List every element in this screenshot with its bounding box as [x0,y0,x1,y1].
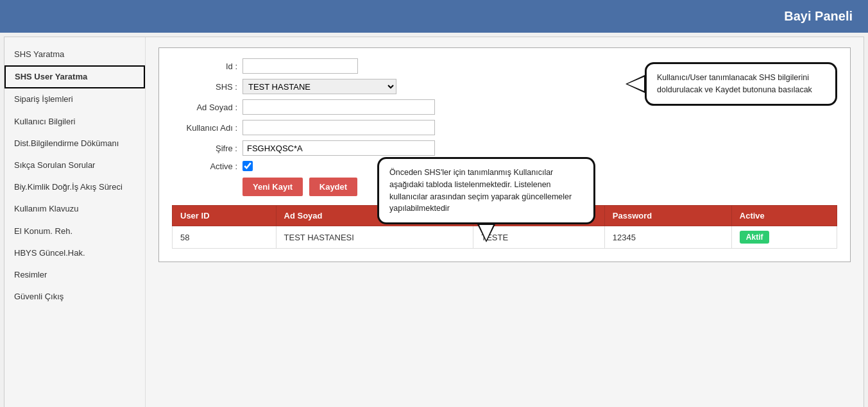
callout-box-1: Kullanıcı/User tanımlanacak SHS bilgiler… [645,62,837,106]
ad-soyad-label: Ad Soyad : [172,103,243,112]
active-label: Active : [172,162,243,171]
col-active: Active [731,206,837,226]
content-area: Kullanıcı/User tanımlanacak SHS bilgiler… [146,37,864,407]
ad-soyad-input[interactable] [243,99,435,115]
sifre-label: Şifre : [172,144,243,153]
shs-label: SHS : [172,82,243,92]
cell-password: 12345 [604,226,731,249]
arrow-left-1 [625,75,645,93]
col-password: Password [604,206,731,226]
yeni-kayit-button[interactable]: Yeni Kayıt [243,178,303,196]
sidebar-item-biy-kimlik[interactable]: Biy.Kimlik Doğr.İş Akış Süreci [4,176,145,198]
shs-select[interactable]: TEST HASTANE [243,79,396,94]
sidebar-item-shs-yaratma[interactable]: SHS Yaratma [4,44,145,65]
sidebar-item-kullanim-klavuzu[interactable]: Kullanım Klavuzu [4,198,145,220]
sifre-input[interactable]: FSGHXQSC*A [243,140,435,156]
form-section: Kullanıcı/User tanımlanacak SHS bilgiler… [158,47,851,262]
sidebar-item-hbys[interactable]: HBYS Güncel.Hak. [4,242,145,264]
arrow-down-inner-2 [479,225,493,240]
active-checkbox[interactable] [243,161,253,171]
sidebar-item-kullanici-bilgileri[interactable]: Kullanıcı Bilgileri [4,111,145,133]
kullanici-adi-label: Kullanıcı Adı : [172,123,243,133]
arrow-left-inner-1 [627,77,644,91]
cell-active: Aktif [731,226,837,249]
id-label: Id : [172,62,243,71]
sidebar-item-siparis[interactable]: Sipariş İşlemleri [4,88,145,110]
cell-user-id: 58 [173,226,277,249]
form-row-kullanici-adi: Kullanıcı Adı : [172,120,837,135]
sidebar-item-shs-user-yaratma[interactable]: SHS User Yaratma [4,65,145,88]
kullanici-adi-input[interactable] [243,120,435,135]
sidebar-item-dist-bilgilendirme[interactable]: Dist.Bilgilendirme Dökümanı [4,133,145,154]
sidebar-item-el-konum[interactable]: El Konum. Reh. [4,220,145,242]
col-user-id: User ID [173,206,277,226]
sidebar-item-resimler[interactable]: Resimler [4,264,145,286]
arrow-down-2 [477,224,495,242]
sidebar: SHS Yaratma SHS User Yaratma Sipariş İşl… [4,37,146,407]
table-row[interactable]: 58 TEST HASTANESI TESTE 12345 Aktif [173,226,837,249]
id-input[interactable] [243,58,358,74]
header-title: Bayi Paneli [784,9,853,23]
header: Bayi Paneli [0,0,868,33]
aktif-badge: Aktif [740,231,770,244]
cell-ad-soyad: TEST HASTANESI [276,226,473,249]
kaydet-button[interactable]: Kaydet [309,178,357,196]
callout-box-2: Önceden SHS'ler için tanımlanmış Kullanı… [377,157,595,224]
form-row-sifre: Şifre : FSGHXQSC*A [172,140,837,156]
sidebar-item-guvenli-cikis[interactable]: Güvenli Çıkış [4,286,145,308]
sidebar-item-sikca-sorulan[interactable]: Sıkça Sorulan Sorular [4,154,145,176]
